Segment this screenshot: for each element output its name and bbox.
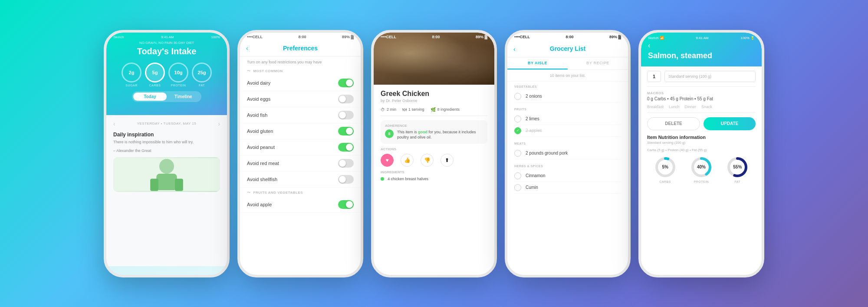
- grocery-item-cumin: Cumin: [514, 182, 621, 194]
- tab-dinner[interactable]: Dinner: [685, 105, 697, 109]
- toggle-eggs[interactable]: [338, 95, 354, 103]
- battery-4: 89% ▓: [609, 35, 621, 39]
- toggle-gluten[interactable]: [338, 127, 354, 135]
- tab-lunch[interactable]: Lunch: [669, 105, 680, 109]
- salmon-title: Salmon, steamed: [648, 51, 755, 60]
- label-limes: 2 limes: [526, 116, 539, 121]
- serving-quantity[interactable]: 1: [647, 71, 661, 82]
- phone-grocery-list: ••••CELL 8:00 89% ▓ ‹ Grocery List BY AI…: [505, 30, 631, 277]
- back-button-4[interactable]: ‹: [513, 46, 516, 53]
- diet-label: NO GRAIN, NO PAIN 30-DAY DIET: [113, 41, 220, 45]
- adherence-label: ADHERENCE: [385, 124, 483, 128]
- section-label-most-common: MOST COMMON: [253, 69, 283, 73]
- toggle-peanut[interactable]: [338, 143, 354, 152]
- chart-label-fat: FAT: [734, 180, 740, 183]
- tab-by-aisle[interactable]: BY AISLE: [507, 57, 568, 69]
- pref-avoid-peanut: Avoid peanut: [240, 139, 361, 155]
- check-cumin[interactable]: [514, 184, 521, 191]
- svg-rect-3: [150, 178, 158, 191]
- ingredient-text: 4 chicken breast halves: [388, 177, 428, 181]
- heart-button[interactable]: ♥: [381, 154, 394, 167]
- ingredient-chicken: 4 chicken breast halves: [381, 177, 487, 181]
- check-onions[interactable]: [514, 93, 521, 100]
- check-apples[interactable]: ✓: [514, 127, 521, 134]
- meta-ingredients: 🌿 8 ingredients: [431, 107, 460, 112]
- leaf-icon: 🌿: [431, 107, 436, 112]
- toggle-redmeat[interactable]: [338, 159, 354, 168]
- serving-type-input[interactable]: Standard serving (100 g): [664, 71, 756, 82]
- battery-3: 89% ▓: [476, 35, 487, 39]
- meta-ingredients-value: 8 ingredients: [437, 107, 460, 112]
- label-cinnamon: Cinnamon: [526, 173, 546, 178]
- grocery-section-vegetables: VEGETABLES 2 onions: [507, 82, 628, 104]
- fork-icon: 🍽: [402, 107, 407, 112]
- carrier-4: ••••CELL: [514, 35, 530, 39]
- status-bar-2: ••••CELL 8:00 89% ▓: [240, 33, 361, 41]
- circle-label-sugar: SUGAR: [125, 84, 137, 87]
- label-onions: 2 onions: [526, 94, 542, 99]
- circle-label-protein: PROTEIN: [171, 84, 186, 87]
- back-button-2[interactable]: ‹: [246, 45, 248, 52]
- share-button[interactable]: ⬆: [441, 154, 454, 167]
- macros-label: MACROS: [647, 91, 756, 95]
- pref-header: ‹ Preferences: [240, 41, 361, 56]
- section-title-fruits: FRUITS: [514, 108, 621, 111]
- back-button-5[interactable]: ‹: [648, 42, 650, 50]
- check-limes[interactable]: [514, 116, 521, 122]
- thumbup-button[interactable]: 👍: [401, 154, 414, 167]
- circles-row: 2g SUGAR 5g CARBS 10g PROTEIN 25g FAT: [113, 63, 220, 87]
- toggle-apple[interactable]: [338, 200, 354, 209]
- ingredients-section: INGREDIENTS 4 chicken breast halves: [381, 170, 487, 181]
- update-button[interactable]: UPDATE: [704, 117, 756, 130]
- inspiration-title: Daily inspiration: [113, 132, 220, 138]
- recipe-title: Greek Chicken: [381, 90, 487, 98]
- toggle-fish[interactable]: [338, 111, 354, 119]
- pref-label-peanut: Avoid peanut: [247, 145, 275, 150]
- toggle-shellfish[interactable]: [338, 175, 354, 184]
- donut-protein: 40%: [690, 155, 713, 179]
- circle-value-fat: 25g: [192, 63, 212, 83]
- chart-label-carbs: CARBS: [659, 180, 671, 183]
- pref-label-dairy: Avoid dairy: [247, 80, 270, 86]
- check-pork[interactable]: [514, 150, 521, 157]
- circle-carbs: 5g CARBS: [145, 63, 165, 87]
- grocery-section-meats: MEATS 2 pounds ground pork: [507, 139, 628, 161]
- carrier-1: Sketch: [113, 35, 124, 39]
- charts-row: 5% CARBS 40% PROTEIN: [647, 155, 756, 183]
- prev-arrow-icon[interactable]: ‹: [113, 120, 115, 127]
- tab-timeline[interactable]: Timeline: [167, 92, 200, 101]
- time-5: 9:41 AM: [696, 36, 708, 40]
- circle-label-fat: FAT: [199, 84, 205, 87]
- section-most-common: 〜 MOST COMMON: [240, 66, 361, 75]
- tab-today[interactable]: Today: [133, 92, 167, 101]
- pref-label-apple: Avoid apple: [247, 202, 272, 207]
- carrier-5: Sketch 📶: [648, 36, 664, 40]
- phone1-header: Sketch 9:41 AM 100% NO GRAIN, NO PAIN 30…: [106, 33, 227, 115]
- wave2-icon: 〜: [247, 190, 251, 195]
- section-title-herbs: HERBS & SPICES: [514, 165, 621, 168]
- pref-description: Turn on any food restrictions you may ha…: [240, 56, 361, 66]
- phone-preferences: ••••CELL 8:00 89% ▓ ‹ Preferences Turn o…: [237, 30, 363, 277]
- check-cinnamon[interactable]: [514, 172, 521, 179]
- fat-pct: 55%: [726, 155, 749, 179]
- inspiration-photo: [113, 157, 220, 192]
- next-arrow-icon[interactable]: ›: [218, 120, 220, 127]
- grocery-tabs: BY AISLE BY RECIPE: [507, 57, 628, 70]
- delete-button[interactable]: DELETE: [647, 117, 700, 130]
- date-nav: ‹ YESTERDAY • TUESDAY, MAY 15 ›: [113, 120, 220, 127]
- tab-breakfast[interactable]: Breakfast: [647, 105, 664, 109]
- status-bar-4: ••••CELL 8:00 89% ▓: [507, 33, 628, 41]
- tab-by-recipe[interactable]: BY RECIPE: [568, 57, 628, 69]
- battery-5: 100% 🔋: [740, 36, 755, 40]
- pref-avoid-redmeat: Avoid red meat: [240, 155, 361, 172]
- toggle-dairy[interactable]: [338, 79, 354, 87]
- svg-rect-2: [156, 174, 177, 190]
- adherence-row: 8 This item is good for you, because it …: [385, 129, 483, 140]
- grocery-item-onions: 2 onions: [514, 91, 621, 102]
- grocery-item-cinnamon: Cinnamon: [514, 170, 621, 182]
- meta-servings: 🍽 1 serving: [402, 107, 424, 112]
- tab-snack[interactable]: Snack: [701, 105, 712, 109]
- salmon-content: 1 Standard serving (100 g) MACROS 0 g Ca…: [641, 66, 762, 270]
- thumbdown-button[interactable]: 👎: [421, 154, 434, 167]
- recipe-author: by Dr. Peter Osborne: [381, 99, 487, 103]
